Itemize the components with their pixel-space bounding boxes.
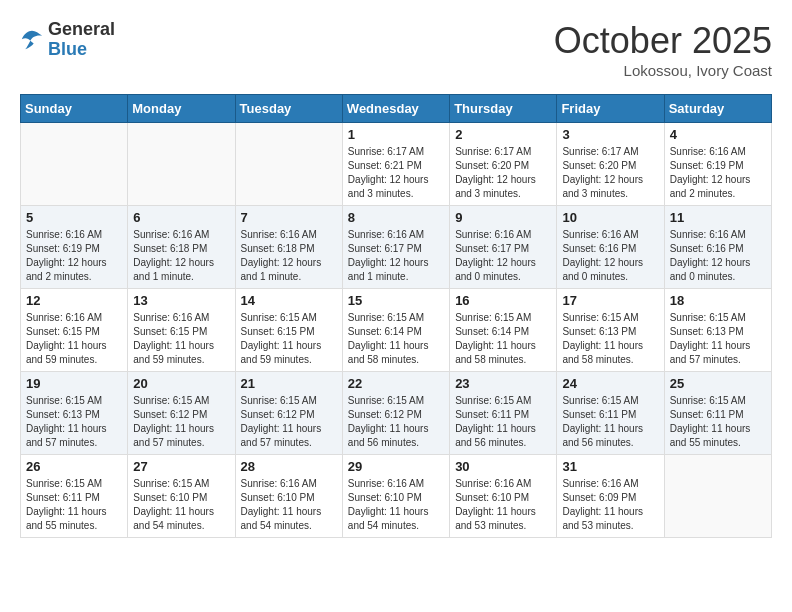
day-number: 17 [562, 293, 658, 308]
title-section: October 2025 Lokossou, Ivory Coast [554, 20, 772, 79]
calendar-day-cell: 26Sunrise: 6:15 AM Sunset: 6:11 PM Dayli… [21, 455, 128, 538]
calendar-day-cell: 8Sunrise: 6:16 AM Sunset: 6:17 PM Daylig… [342, 206, 449, 289]
day-number: 8 [348, 210, 444, 225]
calendar-week-row: 12Sunrise: 6:16 AM Sunset: 6:15 PM Dayli… [21, 289, 772, 372]
calendar-day-cell [21, 123, 128, 206]
day-number: 26 [26, 459, 122, 474]
calendar-day-cell: 17Sunrise: 6:15 AM Sunset: 6:13 PM Dayli… [557, 289, 664, 372]
day-info: Sunrise: 6:17 AM Sunset: 6:20 PM Dayligh… [562, 145, 658, 201]
day-info: Sunrise: 6:16 AM Sunset: 6:10 PM Dayligh… [455, 477, 551, 533]
day-info: Sunrise: 6:16 AM Sunset: 6:09 PM Dayligh… [562, 477, 658, 533]
day-info: Sunrise: 6:15 AM Sunset: 6:13 PM Dayligh… [26, 394, 122, 450]
day-info: Sunrise: 6:16 AM Sunset: 6:19 PM Dayligh… [670, 145, 766, 201]
calendar-day-cell: 5Sunrise: 6:16 AM Sunset: 6:19 PM Daylig… [21, 206, 128, 289]
calendar-day-cell: 12Sunrise: 6:16 AM Sunset: 6:15 PM Dayli… [21, 289, 128, 372]
day-info: Sunrise: 6:15 AM Sunset: 6:11 PM Dayligh… [26, 477, 122, 533]
day-number: 14 [241, 293, 337, 308]
day-info: Sunrise: 6:15 AM Sunset: 6:11 PM Dayligh… [455, 394, 551, 450]
day-info: Sunrise: 6:15 AM Sunset: 6:11 PM Dayligh… [670, 394, 766, 450]
day-number: 5 [26, 210, 122, 225]
calendar-week-row: 1Sunrise: 6:17 AM Sunset: 6:21 PM Daylig… [21, 123, 772, 206]
day-number: 11 [670, 210, 766, 225]
day-number: 4 [670, 127, 766, 142]
logo-general-text: General [48, 19, 115, 39]
day-info: Sunrise: 6:17 AM Sunset: 6:21 PM Dayligh… [348, 145, 444, 201]
weekday-header: Tuesday [235, 95, 342, 123]
day-info: Sunrise: 6:16 AM Sunset: 6:15 PM Dayligh… [26, 311, 122, 367]
day-number: 23 [455, 376, 551, 391]
day-info: Sunrise: 6:16 AM Sunset: 6:18 PM Dayligh… [133, 228, 229, 284]
weekday-header: Thursday [450, 95, 557, 123]
day-info: Sunrise: 6:15 AM Sunset: 6:15 PM Dayligh… [241, 311, 337, 367]
day-info: Sunrise: 6:16 AM Sunset: 6:15 PM Dayligh… [133, 311, 229, 367]
calendar-day-cell: 4Sunrise: 6:16 AM Sunset: 6:19 PM Daylig… [664, 123, 771, 206]
day-number: 29 [348, 459, 444, 474]
calendar-day-cell: 11Sunrise: 6:16 AM Sunset: 6:16 PM Dayli… [664, 206, 771, 289]
calendar-day-cell: 13Sunrise: 6:16 AM Sunset: 6:15 PM Dayli… [128, 289, 235, 372]
day-info: Sunrise: 6:15 AM Sunset: 6:14 PM Dayligh… [348, 311, 444, 367]
calendar-day-cell: 1Sunrise: 6:17 AM Sunset: 6:21 PM Daylig… [342, 123, 449, 206]
calendar-day-cell: 2Sunrise: 6:17 AM Sunset: 6:20 PM Daylig… [450, 123, 557, 206]
page-header: General Blue October 2025 Lokossou, Ivor… [20, 20, 772, 79]
day-number: 20 [133, 376, 229, 391]
day-number: 9 [455, 210, 551, 225]
day-number: 16 [455, 293, 551, 308]
calendar-week-row: 5Sunrise: 6:16 AM Sunset: 6:19 PM Daylig… [21, 206, 772, 289]
calendar-day-cell: 29Sunrise: 6:16 AM Sunset: 6:10 PM Dayli… [342, 455, 449, 538]
day-info: Sunrise: 6:16 AM Sunset: 6:10 PM Dayligh… [348, 477, 444, 533]
calendar-day-cell: 16Sunrise: 6:15 AM Sunset: 6:14 PM Dayli… [450, 289, 557, 372]
logo-bird-icon [20, 29, 44, 51]
weekday-header: Wednesday [342, 95, 449, 123]
day-number: 31 [562, 459, 658, 474]
month-title: October 2025 [554, 20, 772, 62]
day-number: 28 [241, 459, 337, 474]
day-number: 2 [455, 127, 551, 142]
calendar-day-cell: 30Sunrise: 6:16 AM Sunset: 6:10 PM Dayli… [450, 455, 557, 538]
day-number: 6 [133, 210, 229, 225]
calendar-day-cell: 3Sunrise: 6:17 AM Sunset: 6:20 PM Daylig… [557, 123, 664, 206]
day-info: Sunrise: 6:16 AM Sunset: 6:16 PM Dayligh… [670, 228, 766, 284]
day-number: 19 [26, 376, 122, 391]
calendar-day-cell: 14Sunrise: 6:15 AM Sunset: 6:15 PM Dayli… [235, 289, 342, 372]
day-info: Sunrise: 6:15 AM Sunset: 6:14 PM Dayligh… [455, 311, 551, 367]
day-info: Sunrise: 6:15 AM Sunset: 6:12 PM Dayligh… [241, 394, 337, 450]
calendar-week-row: 19Sunrise: 6:15 AM Sunset: 6:13 PM Dayli… [21, 372, 772, 455]
calendar-header-row: SundayMondayTuesdayWednesdayThursdayFrid… [21, 95, 772, 123]
day-info: Sunrise: 6:15 AM Sunset: 6:13 PM Dayligh… [562, 311, 658, 367]
weekday-header: Friday [557, 95, 664, 123]
calendar-day-cell: 10Sunrise: 6:16 AM Sunset: 6:16 PM Dayli… [557, 206, 664, 289]
calendar-table: SundayMondayTuesdayWednesdayThursdayFrid… [20, 94, 772, 538]
calendar-day-cell [128, 123, 235, 206]
day-info: Sunrise: 6:15 AM Sunset: 6:10 PM Dayligh… [133, 477, 229, 533]
day-number: 3 [562, 127, 658, 142]
day-info: Sunrise: 6:16 AM Sunset: 6:19 PM Dayligh… [26, 228, 122, 284]
day-number: 25 [670, 376, 766, 391]
day-number: 21 [241, 376, 337, 391]
day-number: 1 [348, 127, 444, 142]
logo: General Blue [20, 20, 115, 60]
calendar-week-row: 26Sunrise: 6:15 AM Sunset: 6:11 PM Dayli… [21, 455, 772, 538]
day-number: 7 [241, 210, 337, 225]
weekday-header: Saturday [664, 95, 771, 123]
day-number: 30 [455, 459, 551, 474]
calendar-day-cell: 28Sunrise: 6:16 AM Sunset: 6:10 PM Dayli… [235, 455, 342, 538]
day-info: Sunrise: 6:16 AM Sunset: 6:17 PM Dayligh… [348, 228, 444, 284]
weekday-header: Sunday [21, 95, 128, 123]
calendar-day-cell: 7Sunrise: 6:16 AM Sunset: 6:18 PM Daylig… [235, 206, 342, 289]
day-info: Sunrise: 6:15 AM Sunset: 6:12 PM Dayligh… [348, 394, 444, 450]
calendar-day-cell: 18Sunrise: 6:15 AM Sunset: 6:13 PM Dayli… [664, 289, 771, 372]
day-number: 15 [348, 293, 444, 308]
day-info: Sunrise: 6:15 AM Sunset: 6:12 PM Dayligh… [133, 394, 229, 450]
calendar-day-cell: 21Sunrise: 6:15 AM Sunset: 6:12 PM Dayli… [235, 372, 342, 455]
calendar-day-cell [235, 123, 342, 206]
calendar-day-cell: 15Sunrise: 6:15 AM Sunset: 6:14 PM Dayli… [342, 289, 449, 372]
day-info: Sunrise: 6:16 AM Sunset: 6:18 PM Dayligh… [241, 228, 337, 284]
weekday-header: Monday [128, 95, 235, 123]
calendar-day-cell [664, 455, 771, 538]
calendar-day-cell: 25Sunrise: 6:15 AM Sunset: 6:11 PM Dayli… [664, 372, 771, 455]
calendar-day-cell: 20Sunrise: 6:15 AM Sunset: 6:12 PM Dayli… [128, 372, 235, 455]
day-info: Sunrise: 6:15 AM Sunset: 6:13 PM Dayligh… [670, 311, 766, 367]
day-number: 10 [562, 210, 658, 225]
day-number: 22 [348, 376, 444, 391]
day-info: Sunrise: 6:17 AM Sunset: 6:20 PM Dayligh… [455, 145, 551, 201]
